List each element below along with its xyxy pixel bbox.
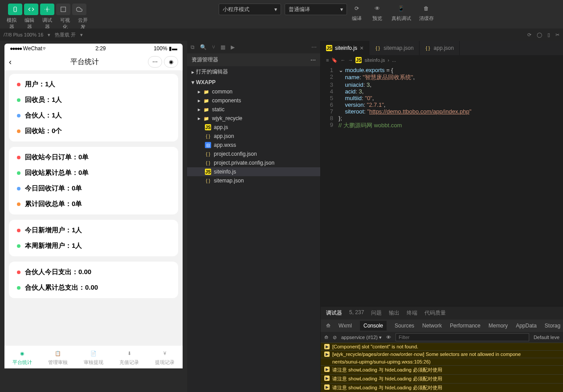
top-action-label: 编译 [352,15,362,22]
tabbar-icon: ◉ [17,348,27,358]
tabbar-item[interactable]: ◉平台统计 [4,346,40,368]
dot-icon [17,202,20,206]
cut-icon[interactable]: ✂ [555,32,559,38]
folder-item[interactable]: ▸📁components [187,96,320,105]
warning-icon: ▶ [324,384,330,390]
warning-icon: ▶ [324,367,330,372]
panel-tab[interactable]: 问题 [371,309,382,317]
compile-dropdown[interactable]: 普通编译▾ [285,4,347,15]
console-row: ▶请注意 showLoading 与 hideLoading 必须配对使用 [321,374,563,383]
top-action-label: 预览 [372,15,382,22]
devtools-tab[interactable]: Performance [450,323,481,329]
panel-tab[interactable]: 调试器 [326,309,342,317]
panel-tab[interactable]: 5, 237 [349,309,364,317]
stat-row: 今日新增用户：1人 [17,226,170,234]
select-icon[interactable]: ⟰ [326,323,330,329]
filter-input[interactable] [396,333,529,341]
workspace-root[interactable]: ▾WXAPP [187,77,320,87]
panel-tab[interactable]: 终端 [407,309,417,317]
device-icon[interactable]: ▯ [547,32,550,38]
capsule-menu[interactable]: ⋯ [148,56,162,68]
file-item[interactable]: { }project.private.config.json [187,158,320,167]
dot-icon [17,229,20,232]
stop-icon[interactable]: ◯ [537,32,542,38]
file-item[interactable]: JSsiteinfo.js [187,167,320,176]
devtools-tab[interactable]: Storag [545,323,560,329]
devtools-tab[interactable]: AppData [516,323,537,329]
top-action-icon[interactable]: 📱 [395,4,408,13]
stat-row: 回收站累计总单：0单 [17,169,170,177]
file-item[interactable]: JSapp.js [187,123,320,132]
devtools-tab[interactable]: Sources [395,323,414,329]
tabbar-item[interactable]: ⬇充值记录 [111,346,147,368]
devtools-tab[interactable]: Memory [489,323,508,329]
file-item[interactable]: ⊟app.wxss [187,141,320,150]
folder-item[interactable]: ▸📁common [187,87,320,96]
capsule-close[interactable]: ◉ [164,56,178,68]
file-item[interactable]: { }project.config.json [187,150,320,158]
top-action-icon[interactable]: 🗑 [420,4,432,13]
debugger-button[interactable] [40,4,54,15]
more-icon[interactable]: ⋯ [311,44,317,50]
tabbar-item[interactable]: 📄审核提现 [76,346,111,368]
close-icon[interactable]: × [360,44,363,52]
phone-frame: ●●●●● WeChatᯤ 2:29 100% ▮▬ ‹ 平台统计 ⋯ ◉ 用户… [4,44,183,368]
stat-card: 今日新增用户：1人本周新增用户：1人 [9,220,178,256]
level-dropdown[interactable]: Default leve [534,335,559,340]
tabbar-item[interactable]: ¥提现记录 [147,346,183,368]
device-info[interactable]: /7/8 Plus 100% 16 [4,32,43,37]
simulator-button[interactable] [8,4,22,15]
stat-row: 回收站今日订单：0单 [17,153,170,162]
debug-icon[interactable]: ▶ [231,44,235,50]
search-icon[interactable]: 🔍 [200,44,207,50]
editor-button[interactable] [24,4,38,15]
devtools-tab[interactable]: Network [422,323,442,329]
stat-card: 合伙人今日支出：0.00合伙人累计总支出：0.00 [9,262,178,298]
editor-tab[interactable]: { }app.json [420,41,460,55]
file-item[interactable]: { }sitemap.json [187,176,320,185]
panel-tab[interactable]: 代码质量 [424,309,446,317]
dot-icon [17,156,20,159]
tabbar-item[interactable]: 📋管理审核 [40,346,76,368]
dot-icon [17,187,20,190]
back-button[interactable]: ‹ [9,57,21,67]
inspect-icon[interactable]: ⟰ [324,335,328,340]
devtools-tab[interactable]: Console [360,321,387,331]
dot-icon [17,129,20,133]
top-action-icon[interactable]: 👁 [371,4,383,13]
mode-dropdown[interactable]: 小程序模式▾ [219,4,281,15]
eye-icon[interactable]: 👁 [386,335,391,340]
simulator-pane: ●●●●● WeChatᯤ 2:29 100% ▮▬ ‹ 平台统计 ⋯ ◉ 用户… [0,41,187,392]
editor-pane: JSsiteinfo.js×{ }sitemap.json{ }app.json… [321,41,563,392]
visualize-button[interactable] [56,4,70,15]
editor-tab[interactable]: JSsiteinfo.js× [321,41,369,55]
refresh-icon[interactable]: ⟳ [527,32,531,38]
bottom-panel: 调试器5, 237问题输出终端代码质量 ⟰WxmlConsoleSourcesN… [321,306,563,392]
code-editor[interactable]: 1⌄ module.exports = {2 name: "智慧废品回收系统",… [321,65,563,306]
breadcrumb[interactable]: ≡🔖←→ JS siteinfo.js›... [321,55,563,65]
wifi-icon: ᯤ [42,45,48,52]
file-item[interactable]: { }app.json [187,132,320,141]
folder-item[interactable]: ▸📁static [187,105,320,114]
top-action-icon[interactable]: ⟳ [351,4,363,13]
context-dropdown[interactable]: appservice (#12) ▾ [341,335,382,340]
clear-icon[interactable]: ⊘ [333,335,337,340]
explorer-more-icon[interactable]: ⋯ [310,57,316,63]
console-row: ▶[Component] slot "content" is not found… [321,343,563,350]
branch-icon[interactable]: ⑂ [212,44,215,50]
devtools-tab[interactable]: Wxml [339,323,352,329]
secondary-bar: /7/8 Plus 100% 16▾ 热重载 开▾ ⟳ ◯ ▯ ✂ [0,28,563,41]
hot-reload-toggle[interactable]: 热重载 开 [55,32,76,38]
stat-row: 合伙人：1人 [17,111,170,120]
ext-icon[interactable]: ▦ [220,44,225,50]
panel-tab[interactable]: 输出 [389,309,400,317]
folder-item[interactable]: ▸📁wjyk_recycle [187,114,320,123]
cloud-dev-button[interactable] [72,4,86,15]
editor-tab[interactable]: { }sitemap.json [369,41,419,55]
open-editors-section[interactable]: ▸打开的编辑器 [187,66,320,77]
files-icon[interactable]: ⧉ [191,44,195,50]
explorer-icon-bar: ⧉ 🔍 ⑂ ▦ ▶ ⋯ [187,41,320,53]
stat-card: 回收站今日订单：0单回收站累计总单：0单今日回收订单：0单累计回收总单：0单 [9,147,178,214]
top-action-label: 真机调试 [392,15,411,22]
dot-icon [17,114,20,117]
